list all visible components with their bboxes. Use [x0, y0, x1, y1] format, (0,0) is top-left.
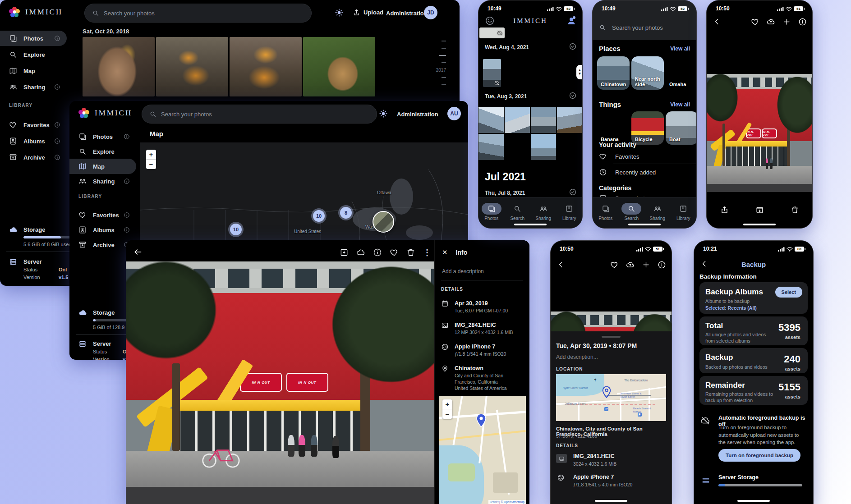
location-map[interactable]: ✝ P P Hyde Street Harbor Jefferson Stree…	[556, 374, 666, 421]
back-button[interactable]	[133, 247, 143, 257]
location-minimap[interactable]: + − Leaflet | © OpenStreetMap	[439, 396, 526, 504]
zoom-out-button[interactable]: −	[442, 409, 452, 419]
info-icon[interactable]	[54, 154, 60, 160]
sidebar-item-albums[interactable]: Albums	[0, 133, 67, 149]
nav-photos[interactable]: Photos	[482, 203, 501, 221]
sidebar-item-favorites[interactable]: Favorites	[69, 207, 136, 223]
photo-thumbnail[interactable]	[83, 37, 155, 96]
photo-thumbnail[interactable]	[156, 37, 228, 96]
plus-icon[interactable]	[782, 18, 791, 26]
administration-link[interactable]: Administration	[397, 111, 438, 118]
select-group-checkbox[interactable]	[569, 188, 577, 196]
timeline-scroll-handle[interactable]: ▲▼	[576, 65, 583, 79]
info-icon[interactable]	[124, 133, 130, 140]
sidebar-item-map[interactable]: Map	[0, 63, 67, 78]
back-button[interactable]	[557, 261, 565, 269]
info-icon[interactable]	[54, 122, 60, 128]
photo-thumbnail[interactable]	[478, 134, 504, 160]
heart-icon[interactable]	[390, 248, 399, 257]
description-input[interactable]: Add a description	[442, 268, 484, 275]
zoom-in-button[interactable]: +	[146, 150, 156, 159]
select-group-checkbox[interactable]	[569, 92, 577, 100]
photo-thumbnail[interactable]	[531, 134, 556, 160]
trash-icon[interactable]	[791, 206, 799, 214]
upload-button[interactable]: Upload	[353, 9, 383, 16]
sidebar-item-photos[interactable]: Photos	[69, 129, 136, 144]
photo-thumbnail[interactable]	[483, 59, 501, 87]
place-card[interactable]: Omaha	[666, 56, 697, 90]
user-avatar[interactable]: JD	[424, 6, 437, 19]
heart-icon[interactable]	[610, 261, 619, 269]
asset-place[interactable]: Chinatown	[455, 365, 483, 371]
sidebar-item-archive[interactable]: Archive	[0, 150, 67, 165]
description-input[interactable]: Add description...	[556, 354, 598, 360]
info-icon[interactable]	[373, 248, 382, 257]
place-card[interactable]: Near north side	[631, 56, 664, 90]
info-icon[interactable]	[124, 212, 130, 218]
search-input[interactable]: Search your photos	[142, 105, 377, 124]
search-input[interactable]: Search your photos	[599, 24, 663, 31]
share-icon[interactable]	[720, 206, 729, 214]
archive-icon[interactable]	[755, 206, 764, 214]
sidebar-item-sharing[interactable]: Sharing	[69, 174, 136, 189]
map-zoom-control[interactable]: + −	[146, 150, 156, 169]
nav-library[interactable]: Library	[673, 203, 693, 221]
info-icon[interactable]	[54, 138, 60, 144]
info-icon[interactable]	[798, 18, 807, 26]
back-button[interactable]	[713, 18, 721, 26]
photo-thumbnail[interactable]	[478, 107, 504, 133]
sidebar-item-explore[interactable]: Explore	[0, 47, 67, 62]
map-attribution[interactable]: Leaflet | © OpenStreetMap	[488, 500, 526, 504]
map-cluster[interactable]: 8	[340, 207, 352, 219]
cloud-icon[interactable]	[356, 248, 365, 257]
things-view-all-link[interactable]: View all	[670, 101, 690, 108]
zoom-in-button[interactable]: +	[442, 399, 452, 409]
more-icon[interactable]: ⋮	[423, 247, 431, 257]
place-card[interactable]: Chinatown	[597, 56, 630, 90]
info-icon[interactable]	[124, 178, 130, 184]
sidebar-item-map[interactable]: Map	[69, 159, 136, 174]
user-avatar[interactable]: AU	[447, 107, 461, 120]
info-icon[interactable]	[124, 227, 130, 233]
photo-in-n-out[interactable]: IN-N-OUT IN-N-OUT	[707, 74, 812, 192]
thing-card[interactable]: Banana	[597, 111, 630, 145]
thing-card[interactable]: Boat	[666, 111, 697, 145]
thing-card[interactable]: Bicycle	[631, 111, 664, 145]
sidebar-item-photos[interactable]: Photos	[0, 31, 67, 46]
photo-thumbnail[interactable]	[531, 107, 556, 133]
photo-thumbnail[interactable]	[505, 107, 530, 133]
theme-toggle-button[interactable]	[379, 109, 388, 118]
profile-avatar-icon[interactable]	[566, 15, 577, 28]
nav-sharing[interactable]: Sharing	[534, 203, 553, 221]
turn-on-foreground-backup-button[interactable]: Turn on foreground backup	[718, 449, 800, 462]
select-group-checkbox[interactable]	[569, 42, 577, 50]
download-icon[interactable]	[340, 248, 349, 257]
photo-thumbnail[interactable]	[557, 107, 582, 133]
plus-icon[interactable]	[642, 261, 650, 269]
cloud-upload-icon[interactable]	[626, 261, 635, 269]
minimap-zoom-control[interactable]: + −	[442, 399, 452, 419]
sidebar-item-sharing[interactable]: Sharing	[0, 79, 67, 95]
nav-search[interactable]: Search	[621, 203, 641, 221]
map-cluster[interactable]: 10	[313, 210, 325, 222]
nav-photos[interactable]: Photos	[596, 203, 616, 221]
info-icon[interactable]	[658, 261, 666, 269]
administration-link[interactable]: Administration	[386, 10, 428, 17]
heart-icon[interactable]	[751, 18, 759, 26]
timeline-scrubber[interactable]: 2017	[432, 41, 446, 92]
photo-strip[interactable]	[551, 312, 672, 331]
trash-icon[interactable]	[406, 248, 415, 257]
sidebar-item-favorites[interactable]: Favorites	[0, 117, 67, 133]
theme-toggle-button[interactable]	[335, 8, 344, 17]
close-icon[interactable]: ✕	[442, 248, 448, 257]
nav-sharing[interactable]: Sharing	[648, 203, 667, 221]
info-icon[interactable]	[54, 84, 60, 90]
info-icon[interactable]	[54, 35, 60, 41]
select-button[interactable]: Select	[775, 287, 802, 298]
zoom-out-button[interactable]: −	[146, 159, 156, 169]
cloud-upload-icon[interactable]	[767, 18, 775, 26]
recently-added-row[interactable]: Recently added	[599, 168, 656, 176]
map-photo-marker[interactable]	[373, 211, 394, 233]
nav-search[interactable]: Search	[507, 203, 527, 221]
sidebar-item-albums[interactable]: Albums	[69, 222, 136, 238]
